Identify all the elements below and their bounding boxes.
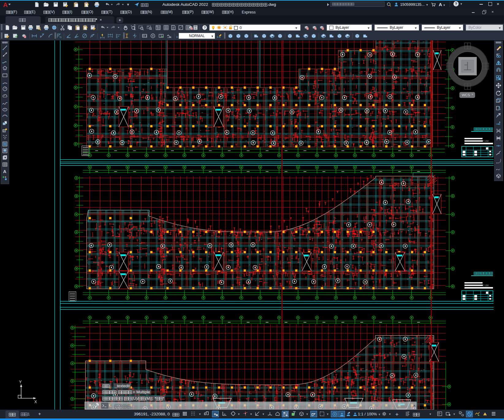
svg-text:0: 0	[240, 26, 242, 30]
svg-text:xy: xy	[59, 36, 62, 38]
svg-text:?: ?	[204, 26, 206, 29]
svg-text:.1: .1	[145, 35, 147, 37]
svg-text:Y: Y	[19, 380, 22, 384]
svg-text:WCS: WCS	[462, 93, 470, 97]
svg-text:7-150: 7-150	[483, 284, 489, 286]
svg-text:A: A	[3, 169, 6, 174]
svg-text:X: X	[34, 399, 37, 404]
svg-text:7-150: 7-150	[483, 140, 489, 142]
